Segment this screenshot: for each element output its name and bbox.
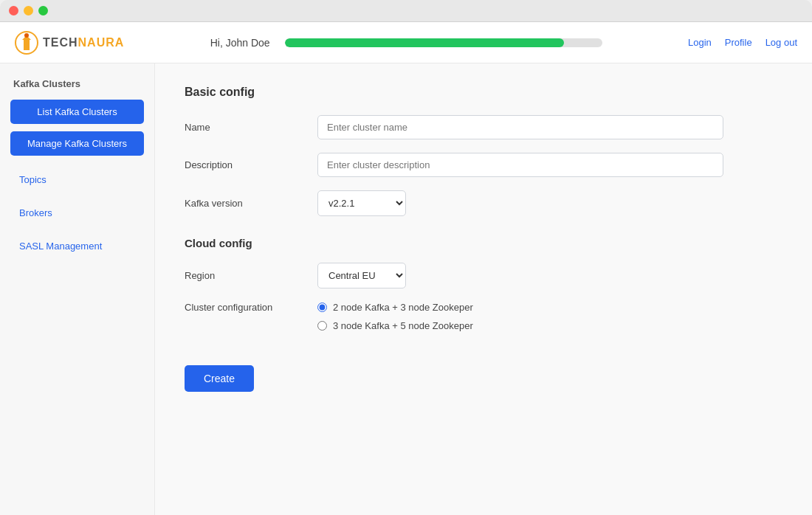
profile-link[interactable]: Profile (725, 37, 752, 48)
region-select[interactable]: Central EU West EU US East US West Asia … (317, 263, 406, 288)
cluster-config-option-0[interactable]: 2 node Kafka + 3 node Zookeper (317, 302, 473, 313)
cloud-config-title: Cloud config (185, 237, 782, 249)
close-button[interactable] (9, 6, 18, 15)
cluster-config-radio-1[interactable] (317, 321, 327, 331)
traffic-lights (9, 6, 48, 15)
greeting-area: Hi, John Doe (124, 37, 688, 49)
topnav: TECHNAURA Hi, John Doe Login Profile Log… (0, 22, 812, 63)
logout-link[interactable]: Log out (765, 37, 797, 48)
progress-bar-container (285, 38, 602, 47)
login-link[interactable]: Login (688, 37, 712, 48)
manage-kafka-clusters-button[interactable]: Manage Kafka Clusters (10, 131, 144, 156)
kafka-version-field-group: Kafka version v2.2.1 v2.3.0 v2.4.0 v2.5.… (185, 190, 782, 216)
main-layout: Kafka Clusters List Kafka Clusters Manag… (0, 63, 812, 515)
name-field-group: Name (185, 115, 782, 139)
logo-text: TECHNAURA (43, 36, 124, 49)
logo-area: TECHNAURA (15, 31, 124, 55)
list-kafka-clusters-button[interactable]: List Kafka Clusters (10, 100, 144, 124)
cluster-config-radio-0[interactable] (317, 303, 327, 312)
cluster-config-label-0: 2 node Kafka + 3 node Zookeper (333, 302, 473, 313)
svg-point-2 (24, 33, 29, 38)
region-field-group: Region Central EU West EU US East US Wes… (185, 263, 782, 288)
kafka-version-select[interactable]: v2.2.1 v2.3.0 v2.4.0 v2.5.0 (317, 190, 406, 216)
nav-links: Login Profile Log out (688, 37, 797, 48)
sidebar-section-label: Kafka Clusters (10, 78, 144, 89)
cluster-config-label-1: 3 node Kafka + 5 node Zookeper (333, 320, 473, 331)
content-area: Basic config Name Description Kafka vers… (155, 63, 812, 515)
cluster-config-field-group: Cluster configuration 2 node Kafka + 3 n… (185, 302, 782, 331)
sidebar-item-sasl-management[interactable]: SASL Management (10, 234, 144, 258)
minimize-button[interactable] (24, 6, 33, 15)
description-input[interactable] (317, 153, 723, 177)
description-label: Description (185, 159, 317, 170)
description-field-group: Description (185, 153, 782, 177)
sidebar: Kafka Clusters List Kafka Clusters Manag… (0, 63, 155, 515)
window-chrome (0, 0, 812, 22)
name-label: Name (185, 122, 317, 133)
sidebar-item-topics[interactable]: Topics (10, 167, 144, 192)
app-shell: TECHNAURA Hi, John Doe Login Profile Log… (0, 22, 812, 515)
name-input[interactable] (317, 115, 723, 139)
create-button[interactable]: Create (185, 365, 254, 392)
cluster-config-label: Cluster configuration (185, 302, 317, 313)
kafka-version-label: Kafka version (185, 198, 317, 209)
logo-icon (15, 31, 38, 55)
sidebar-item-brokers[interactable]: Brokers (10, 201, 144, 225)
maximize-button[interactable] (38, 6, 48, 15)
greeting-text: Hi, John Doe (210, 37, 270, 49)
cluster-config-option-1[interactable]: 3 node Kafka + 5 node Zookeper (317, 320, 473, 331)
region-label: Region (185, 270, 317, 281)
basic-config-title: Basic config (185, 86, 782, 99)
progress-bar-fill (285, 38, 564, 47)
cluster-config-radio-group: 2 node Kafka + 3 node Zookeper 3 node Ka… (317, 302, 473, 331)
